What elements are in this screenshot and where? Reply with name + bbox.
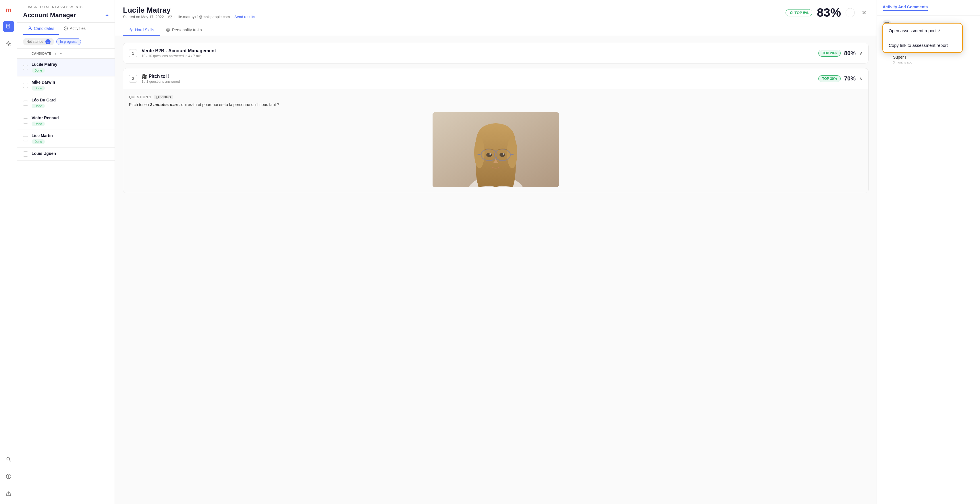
documents-icon-btn[interactable]	[3, 21, 14, 32]
svg-point-31	[489, 153, 491, 155]
tab-activities-label: Activities	[70, 26, 86, 31]
close-button[interactable]: ✕	[859, 8, 869, 17]
activity-feed: You commented: Profil très pertinent ! 3…	[877, 16, 980, 504]
top-badge-label: TOP 5%	[794, 11, 808, 15]
candidate-info: Léo Du Gard Done	[32, 98, 109, 108]
assessment-info-1: Vente B2B - Account Management 10 / 10 q…	[142, 48, 814, 58]
candidate-checkbox[interactable]	[23, 100, 28, 106]
assessment-card-2: 2 🎥 Pitch toi ! 1 / 1 questions answered…	[123, 68, 869, 193]
status-badge: Done	[32, 104, 45, 108]
candidate-info: Louis Uguen	[32, 151, 109, 157]
video-thumbnail	[433, 112, 559, 187]
list-item[interactable]: Mike Darwin Done	[17, 77, 115, 94]
candidate-checkbox[interactable]	[23, 118, 28, 124]
top-badge-2: TOP 30%	[818, 75, 841, 82]
back-link[interactable]: ← BACK TO TALENT ASSESSMENTS	[23, 5, 109, 9]
score-main: 83%	[817, 6, 841, 19]
top-badge: TOP 5%	[786, 9, 812, 16]
activity-header: Activity And Comments	[877, 0, 980, 16]
assessment-number-2: 2	[129, 75, 137, 83]
candidate-name: Léo Du Gard	[32, 98, 109, 102]
candidate-col-label: CANDIDATE	[32, 52, 51, 55]
video-badge: Video	[154, 95, 173, 99]
svg-line-7	[10, 460, 11, 461]
settings-icon-btn[interactable]	[3, 38, 14, 49]
sidebar-icons: m	[0, 0, 17, 504]
assessment-right-2: TOP 30% 70% ∧	[818, 75, 862, 82]
svg-point-23	[507, 137, 517, 168]
tab-hard-skills[interactable]: Hard Skills	[123, 25, 160, 36]
svg-point-6	[6, 458, 10, 460]
svg-point-16	[168, 29, 169, 30]
assessment-card-1: 1 Vente B2B - Account Management 10 / 10…	[123, 43, 869, 64]
assessment-subtitle-2: 1 / 1 questions answered	[142, 80, 814, 84]
candidate-checkbox[interactable]	[23, 83, 28, 88]
candidate-name: Lucile Matray	[32, 62, 109, 67]
svg-point-14	[166, 28, 170, 32]
svg-point-32	[503, 153, 504, 155]
candidate-checkbox[interactable]	[23, 136, 28, 141]
list-item[interactable]: Lucile Matray Done	[17, 59, 115, 77]
star-icon: ✦	[105, 13, 109, 18]
main-content: Lucile Matray Started on May 17, 2022 lu…	[115, 0, 877, 504]
chevron-1: ∨	[859, 51, 862, 56]
tab-candidates-label: Candidates	[34, 26, 54, 31]
candidate-info: Lise Martin Done	[32, 133, 109, 144]
candidate-checkbox[interactable]	[23, 152, 28, 156]
left-panel: ← BACK TO TALENT ASSESSMENTS Account Man…	[17, 0, 115, 504]
list-item[interactable]: Léo Du Gard Done	[17, 94, 115, 112]
chevron-2: ∧	[859, 76, 862, 81]
svg-point-10	[8, 475, 9, 476]
tab-hard-skills-label: Hard Skills	[135, 27, 154, 32]
tab-personality[interactable]: Personality traits	[160, 25, 207, 36]
more-options-button[interactable]: ···	[846, 8, 855, 17]
left-panel-nav: Candidates Activities	[17, 23, 115, 35]
svg-text:m: m	[5, 6, 11, 14]
candidate-info: Victor Renaud Done	[32, 115, 109, 126]
candidate-name-main: Lucile Matray	[123, 6, 255, 14]
filter-not-started-label: Not started	[26, 40, 43, 44]
list-item[interactable]: Lise Martin Done	[17, 130, 115, 148]
svg-point-5	[8, 43, 10, 45]
search-icon-btn[interactable]	[3, 453, 14, 465]
candidate-table-header: CANDIDATE ↑ ≡	[17, 49, 115, 59]
tab-candidates[interactable]: Candidates	[23, 23, 59, 35]
svg-point-29	[486, 153, 492, 157]
header-checkbox[interactable]	[23, 51, 28, 56]
open-report-item[interactable]: Open assessment report ↗	[883, 24, 962, 38]
candidates-list: Lucile Matray Done Mike Darwin Done Léo …	[17, 59, 115, 504]
status-badge: Done	[32, 121, 45, 126]
assessment-score-2: 70%	[844, 75, 856, 82]
copy-link-item[interactable]: Copy link to assessment report	[883, 38, 962, 52]
candidate-checkbox[interactable]	[23, 65, 28, 70]
svg-point-22	[474, 137, 485, 168]
assessment-card-1-header[interactable]: 1 Vente B2B - Account Management 10 / 10…	[123, 43, 868, 63]
assessment-subtitle-1: 10 / 10 questions answered in 4 / 7 min	[142, 54, 814, 58]
content-area: 1 Vente B2B - Account Management 10 / 10…	[115, 36, 877, 504]
info-icon-btn[interactable]	[3, 471, 14, 482]
page-title: Account Manager	[23, 11, 76, 19]
candidate-header: Lucile Matray Started on May 17, 2022 lu…	[115, 0, 877, 36]
svg-point-30	[500, 153, 505, 157]
list-item[interactable]: Louis Uguen	[17, 148, 115, 161]
share-icon-btn[interactable]	[3, 488, 14, 499]
filter-not-started[interactable]: Not started 1	[23, 38, 54, 45]
candidate-info: Lucile Matray Done	[32, 62, 109, 73]
candidate-email: lucile.matray+1@makipeople.com	[168, 14, 230, 19]
status-badge: Done	[32, 139, 45, 144]
status-badge: Done	[32, 68, 45, 73]
question-label: QUESTION 1 Video	[129, 95, 862, 99]
tab-activities[interactable]: Activities	[59, 23, 90, 35]
send-results-link[interactable]: Send results	[234, 14, 255, 19]
candidate-name: Lise Martin	[32, 133, 109, 138]
assessment-right-1: TOP 20% 80% ∨	[818, 50, 862, 57]
app-logo: m	[3, 5, 14, 15]
candidate-name: Victor Renaud	[32, 115, 109, 120]
filter-in-progress-label: In progress	[60, 40, 77, 44]
list-item[interactable]: Victor Renaud Done	[17, 112, 115, 130]
started-date: Started on May 17, 2022	[123, 14, 164, 19]
assessment-card-2-header[interactable]: 2 🎥 Pitch toi ! 1 / 1 questions answered…	[123, 69, 868, 89]
assessment-info-2: 🎥 Pitch toi ! 1 / 1 questions answered	[142, 73, 814, 84]
svg-point-11	[29, 27, 31, 29]
filter-in-progress[interactable]: In progress	[56, 38, 81, 45]
